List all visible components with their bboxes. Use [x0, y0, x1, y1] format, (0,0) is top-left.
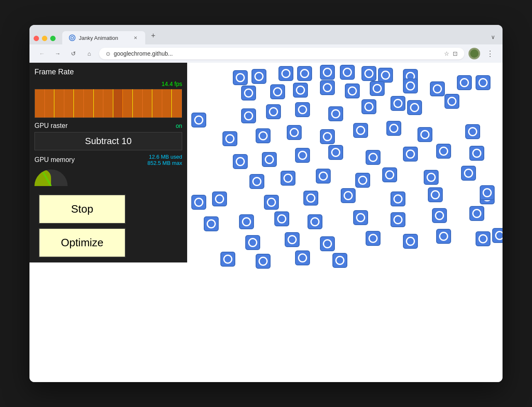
tab-overflow-button[interactable]: ∨: [488, 31, 498, 44]
address-bar: ← → ↺ ⌂ ⊙ googlechrome.github... ☆ ⊡ ⋮: [29, 44, 503, 63]
frame-bar: [45, 89, 55, 118]
chrome-icon: [340, 65, 355, 80]
chrome-icon: [432, 208, 447, 223]
chrome-icon: [444, 94, 459, 109]
chrome-icon: [469, 146, 484, 161]
chrome-icon: [480, 185, 495, 200]
optimize-button[interactable]: Optimize: [39, 228, 126, 257]
reload-button[interactable]: ↺: [68, 48, 79, 59]
frame-rate-chart: [34, 89, 182, 118]
chrome-icon: [320, 80, 335, 95]
back-button[interactable]: ←: [36, 48, 48, 59]
chrome-icon: [457, 75, 472, 90]
browser-window: Janky Animation ✕ + ∨ ← → ↺ ⌂ ⊙ googlech…: [29, 25, 503, 382]
gpu-memory-label: GPU memory: [34, 156, 75, 164]
chrome-icon: [320, 65, 335, 80]
frame-bar: [172, 89, 182, 118]
frame-rate-title: Frame Rate: [34, 68, 182, 76]
chrome-icon: [274, 211, 289, 226]
chrome-icon: [295, 148, 310, 163]
menu-button[interactable]: ⋮: [484, 48, 496, 59]
chrome-icon: [251, 69, 266, 84]
active-tab[interactable]: Janky Animation ✕: [62, 31, 145, 44]
profile-button[interactable]: [469, 48, 480, 59]
close-button[interactable]: [34, 36, 39, 41]
chrome-icon: [287, 125, 302, 140]
chrome-icon: [241, 108, 256, 123]
profile-avatar-icon: [470, 49, 478, 58]
frame-bar: [113, 89, 123, 118]
chrome-icon: [295, 102, 310, 117]
chrome-icon: [403, 78, 418, 93]
chrome-icon: [469, 206, 484, 221]
tab-close-button[interactable]: ✕: [132, 34, 139, 41]
maximize-button[interactable]: [50, 36, 56, 41]
chrome-icon: [366, 150, 381, 165]
chrome-icon: [262, 152, 277, 167]
chrome-icon: [461, 166, 476, 181]
chrome-icon: [239, 214, 254, 229]
chrome-icon: [204, 216, 219, 231]
subtract-container: Subtract 10: [34, 132, 182, 150]
frame-bar: [133, 89, 143, 118]
chrome-icon: [270, 84, 285, 99]
chrome-icon: [295, 250, 310, 265]
chrome-icon: [307, 214, 322, 229]
svg-point-1: [71, 37, 73, 39]
chrome-icon: [233, 154, 248, 169]
frame-bar: [64, 89, 74, 118]
chrome-icon: [476, 75, 491, 90]
chrome-icon: [361, 99, 376, 114]
extension-icon[interactable]: ⊡: [453, 50, 458, 57]
chrome-icon: [341, 188, 356, 203]
chrome-icon: [266, 104, 281, 119]
subtract-button[interactable]: Subtract 10: [85, 136, 132, 147]
chrome-icon: [220, 252, 235, 267]
page-content: Frame Rate 14.4 fps: [29, 63, 503, 382]
memory-used-value: 12.6 MB used: [147, 154, 182, 160]
chrome-icon: [316, 169, 331, 184]
chrome-icon: [332, 253, 347, 268]
new-tab-button[interactable]: +: [147, 29, 160, 44]
chrome-icon: [361, 66, 376, 81]
fps-value: 14.4 fps: [161, 81, 182, 87]
chrome-icon: [241, 86, 256, 101]
chrome-icon: [428, 187, 443, 202]
frame-bar: [74, 89, 84, 118]
bookmark-icon[interactable]: ☆: [444, 50, 449, 57]
chrome-icon: [303, 191, 318, 206]
chrome-icon: [386, 121, 401, 136]
gauge-background: [34, 169, 68, 186]
chrome-icon: [476, 231, 491, 246]
chrome-icon: [328, 145, 343, 160]
chrome-icon: [417, 127, 432, 142]
chrome-icon: [256, 254, 271, 269]
chrome-icon: [320, 236, 335, 251]
chrome-icon: [390, 96, 405, 111]
gpu-memory-stats: 12.6 MB used 852.5 MB max: [147, 154, 182, 166]
url-bar[interactable]: ⊙ googlechrome.github... ☆ ⊡: [99, 48, 464, 59]
frame-bar: [84, 89, 94, 118]
chrome-icon: [212, 191, 227, 206]
chrome-icon: [264, 195, 279, 210]
chrome-icon: [256, 128, 271, 143]
tab-favicon-icon: [69, 34, 76, 41]
chrome-icon: [249, 174, 264, 189]
tab-bar: Janky Animation ✕ + ∨: [29, 25, 503, 44]
window-controls: [34, 36, 56, 44]
chrome-icon: [191, 113, 206, 127]
forward-button[interactable]: →: [52, 48, 63, 59]
frame-bar: [35, 89, 45, 118]
stop-button[interactable]: Stop: [39, 194, 126, 224]
chrome-icon: [407, 100, 422, 115]
chrome-icon: [222, 131, 237, 146]
buttons-area: Stop Optimize: [34, 194, 182, 257]
url-text: googlechrome.github...: [114, 50, 441, 57]
chrome-icon: [436, 229, 451, 244]
home-button[interactable]: ⌂: [83, 48, 95, 59]
frame-bar: [94, 89, 104, 118]
tracking-icon: ⊙: [106, 51, 110, 57]
overlay-panel: Frame Rate 14.4 fps: [29, 63, 187, 262]
minimize-button[interactable]: [42, 36, 47, 41]
chrome-icon: [492, 228, 503, 243]
